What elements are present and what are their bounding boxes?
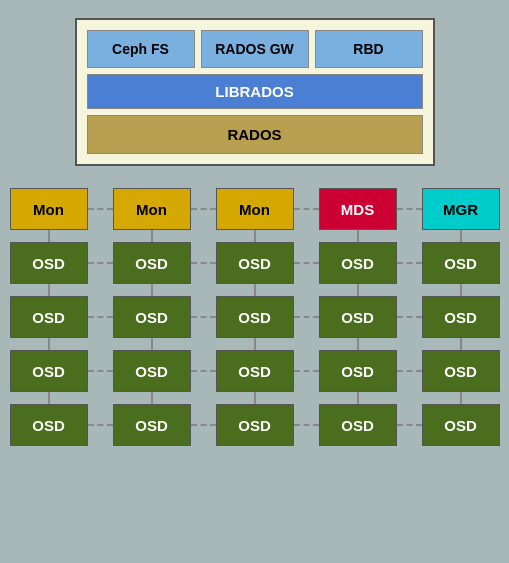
librados-cell: LIBRADOS: [87, 74, 423, 109]
rados-cell: RADOS: [87, 115, 423, 154]
osd-r2c1: OSD: [10, 296, 88, 338]
node-mds: MDS: [319, 188, 397, 230]
rados-gw-cell: RADOS GW: [201, 30, 309, 68]
osd-r2c5: OSD: [422, 296, 500, 338]
arch-diagram: Ceph FS RADOS GW RBD LIBRADOS RADOS: [75, 18, 435, 166]
osd-r3c4: OSD: [319, 350, 397, 392]
osd-r4c5: OSD: [422, 404, 500, 446]
osd-r3c3: OSD: [216, 350, 294, 392]
osd-r1c4: OSD: [319, 242, 397, 284]
node-mgr: MGR: [422, 188, 500, 230]
osd-r1c5: OSD: [422, 242, 500, 284]
osd-r4c2: OSD: [113, 404, 191, 446]
node-mon-3: Mon: [216, 188, 294, 230]
osd-r4c4: OSD: [319, 404, 397, 446]
osd-r2c2: OSD: [113, 296, 191, 338]
osd-r3c5: OSD: [422, 350, 500, 392]
osd-r1c3: OSD: [216, 242, 294, 284]
rbd-cell: RBD: [315, 30, 423, 68]
node-mon-2: Mon: [113, 188, 191, 230]
osd-r3c1: OSD: [10, 350, 88, 392]
osd-r2c3: OSD: [216, 296, 294, 338]
ceph-fs-cell: Ceph FS: [87, 30, 195, 68]
arch-top-row: Ceph FS RADOS GW RBD: [87, 30, 423, 68]
osd-r4c1: OSD: [10, 404, 88, 446]
node-mon-1: Mon: [10, 188, 88, 230]
osd-r2c4: OSD: [319, 296, 397, 338]
osd-r1c1: OSD: [10, 242, 88, 284]
grid-section: Mon Mon Mon MDS MGR OSD OSD OSD OSD OSD: [10, 188, 500, 446]
osd-r3c2: OSD: [113, 350, 191, 392]
osd-r4c3: OSD: [216, 404, 294, 446]
osd-r1c2: OSD: [113, 242, 191, 284]
